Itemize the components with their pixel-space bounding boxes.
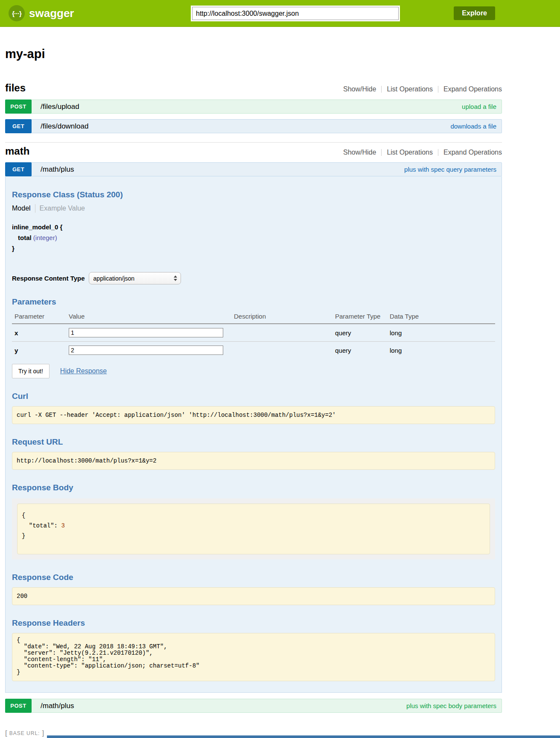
parameter-row-x: x query long	[12, 324, 495, 342]
math-section-controls: Show/Hide List Operations Expand Operati…	[343, 149, 502, 156]
explore-button[interactable]: Explore	[454, 6, 495, 20]
json-close-brace: }	[22, 533, 25, 539]
json-key: "total":	[29, 522, 58, 529]
resource-section-files: files Show/Hide List Operations Expand O…	[5, 82, 502, 133]
response-class-heading: Response Class (Status 200)	[12, 190, 495, 199]
operation-row-post-files-upload[interactable]: POST /files/upload upload a file	[5, 100, 502, 114]
method-badge-post: POST	[5, 699, 32, 713]
response-content-type-value: application/json	[93, 275, 135, 282]
separator	[438, 149, 438, 156]
parameter-description	[234, 342, 335, 359]
main-content: my-api files Show/Hide List Operations E…	[5, 47, 502, 738]
swagger-logo-icon: {···}	[9, 5, 25, 21]
json-open-brace: {	[22, 512, 25, 519]
operation-summary-link[interactable]: plus with spec query parameters	[404, 166, 496, 173]
response-headers-box: { "date": "Wed, 22 Aug 2018 18:49:13 GMT…	[12, 633, 495, 681]
operation-summary-link[interactable]: plus with spec body parameters	[406, 702, 496, 709]
request-url-heading: Request URL	[12, 437, 495, 447]
files-section-controls: Show/Hide List Operations Expand Operati…	[343, 85, 502, 93]
files-section-header: files Show/Hide List Operations Expand O…	[5, 82, 502, 94]
response-body-container: { "total": 3 }	[12, 498, 495, 559]
parameter-type: query	[335, 324, 390, 342]
response-body-box: { "total": 3 }	[17, 504, 490, 554]
parameter-name: y	[12, 342, 69, 359]
method-badge-post: POST	[5, 100, 32, 114]
try-row: Try it out! Hide Response	[12, 364, 495, 378]
parameters-heading: Parameters	[12, 297, 495, 307]
show-hide-link[interactable]: Show/Hide	[343, 85, 376, 93]
response-body-heading: Response Body	[12, 483, 495, 492]
column-header-parameter-type: Parameter Type	[335, 310, 390, 324]
operation-summary-link[interactable]: downloads a file	[450, 123, 496, 130]
parameter-y-input[interactable]	[69, 346, 223, 355]
operation-row-get-math-plus[interactable]: GET /math/plus plus with spec query para…	[5, 162, 502, 176]
math-section-header: math Show/Hide List Operations Expand Op…	[5, 145, 502, 157]
swagger-logo[interactable]: {···} swagger	[9, 5, 74, 21]
header-bar: {···} swagger Explore	[0, 0, 560, 27]
column-header-description: Description	[234, 310, 335, 324]
model-close-line: }	[12, 243, 495, 254]
math-section-title: math	[5, 145, 29, 157]
model-tabs: Model Example Value	[12, 204, 495, 213]
separator	[381, 149, 382, 156]
show-hide-link[interactable]: Show/Hide	[343, 149, 376, 156]
model-signature: inline_model_0 { total (integer) }	[12, 222, 495, 254]
model-property-line: total (integer)	[12, 232, 495, 243]
expand-operations-link[interactable]: Expand Operations	[443, 149, 502, 156]
page-title: my-api	[5, 47, 502, 61]
base-url-label: BASE URL:	[9, 730, 40, 736]
response-code-box: 200	[12, 587, 495, 605]
operation-summary-link[interactable]: upload a file	[462, 103, 496, 110]
list-operations-link[interactable]: List Operations	[387, 85, 433, 93]
curl-command-box: curl -X GET --header 'Accept: applicatio…	[12, 406, 495, 424]
parameter-data-type: long	[390, 324, 495, 342]
response-content-type-select[interactable]: application/json	[89, 272, 181, 284]
brand-title: swagger	[29, 7, 74, 20]
parameters-table: Parameter Value Description Parameter Ty…	[12, 310, 495, 359]
separator	[381, 86, 382, 93]
parameters-table-header-row: Parameter Value Description Parameter Ty…	[12, 310, 495, 324]
operation-row-get-files-download[interactable]: GET /files/download downloads a file	[5, 119, 502, 133]
list-operations-link[interactable]: List Operations	[387, 149, 433, 156]
model-property-name: total	[18, 234, 32, 241]
operation-expanded-get-math-plus: GET /math/plus plus with spec query para…	[5, 162, 502, 693]
footer-open-bracket: [	[5, 729, 7, 738]
parameter-data-type: long	[390, 342, 495, 359]
separator	[35, 204, 35, 213]
tab-example-value[interactable]: Example Value	[40, 205, 85, 212]
response-content-type-label: Response Content Type	[12, 275, 85, 282]
response-headers-heading: Response Headers	[12, 618, 495, 628]
expand-operations-link[interactable]: Expand Operations	[443, 85, 502, 93]
tab-model[interactable]: Model	[12, 205, 31, 212]
footer-close-bracket: ]	[42, 729, 44, 738]
bottom-blue-bar	[47, 735, 560, 738]
column-header-parameter: Parameter	[12, 310, 69, 324]
files-section-title: files	[5, 82, 26, 94]
operation-path-link[interactable]: /math/plus	[41, 702, 74, 710]
column-header-data-type: Data Type	[390, 310, 495, 324]
select-arrows-icon	[174, 275, 177, 281]
operation-path-link[interactable]: /files/download	[41, 122, 88, 131]
spec-url-input[interactable]	[192, 7, 399, 20]
operation-detail-panel: Response Class (Status 200) Model Exampl…	[5, 176, 502, 693]
json-value: 3	[61, 522, 64, 529]
operation-row-post-math-plus[interactable]: POST /math/plus plus with spec body para…	[5, 699, 502, 713]
resource-section-math: math Show/Hide List Operations Expand Op…	[5, 142, 502, 693]
operation-path-link[interactable]: /math/plus	[41, 165, 74, 174]
operation-path-link[interactable]: /files/upload	[41, 102, 79, 111]
parameter-type: query	[335, 342, 390, 359]
try-it-out-button[interactable]: Try it out!	[12, 364, 50, 378]
parameter-description	[234, 324, 335, 342]
request-url-box: http://localhost:3000/math/plus?x=1&y=2	[12, 452, 495, 470]
parameter-x-input[interactable]	[69, 328, 223, 337]
response-code-heading: Response Code	[12, 573, 495, 582]
method-badge-get: GET	[5, 162, 32, 176]
curl-heading: Curl	[12, 392, 495, 401]
column-header-value: Value	[69, 310, 234, 324]
method-badge-get: GET	[5, 119, 32, 133]
separator	[438, 86, 438, 93]
parameter-name: x	[12, 324, 69, 342]
response-content-type-row: Response Content Type application/json	[12, 272, 495, 284]
hide-response-link[interactable]: Hide Response	[60, 367, 107, 375]
model-property-type: (integer)	[33, 234, 57, 241]
